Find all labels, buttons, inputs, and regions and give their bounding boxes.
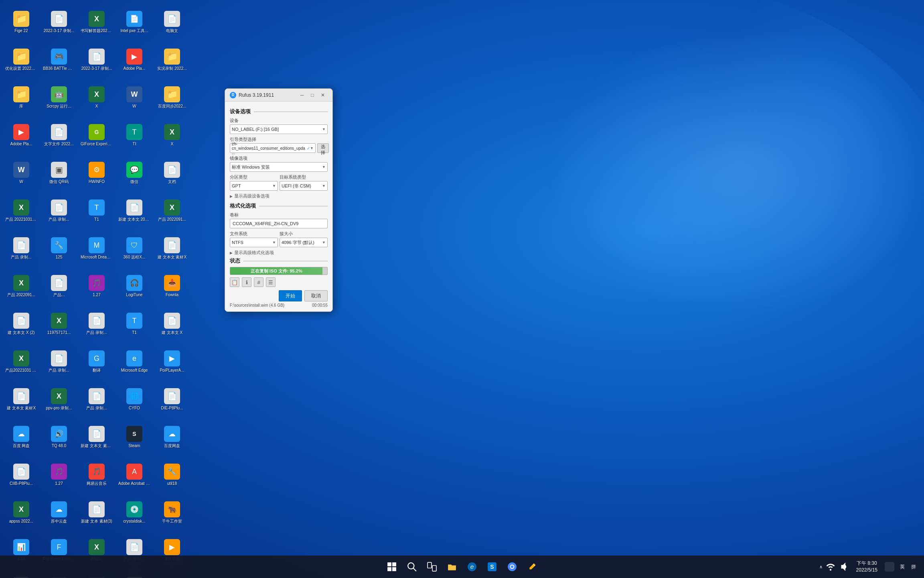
desktop-icon-t1a[interactable]: T T1 <box>79 193 115 229</box>
explorer-button[interactable] <box>443 558 461 576</box>
desktop-icon-rec2[interactable]: 📄 2022-3-17 录制... <box>79 42 115 78</box>
notification-button[interactable] <box>884 558 895 576</box>
desktop-icon-folder1[interactable]: 📁 优化设置 20220736... <box>3 42 39 78</box>
desktop-icon-file6[interactable]: 📄 产品 录制... <box>79 306 115 342</box>
desktop-icon-tq48[interactable]: 🔊 TQ 48.0 <box>41 419 77 455</box>
desktop-icon-doc1[interactable]: 📄 文档 <box>154 155 190 191</box>
desktop-icon-excel3[interactable]: X X <box>154 117 190 153</box>
desktop-icon-excel5[interactable]: X 产品 2022091... <box>154 193 190 229</box>
desktop-icon-newfile5[interactable]: 📄 建 文本文 素材X <box>3 381 39 417</box>
minimize-button[interactable]: ─ <box>297 90 307 100</box>
desktop-icon-acrobat[interactable]: A Adobe Acrobat DC <box>116 457 152 493</box>
fs-select[interactable]: NTFS ▼ <box>230 238 278 247</box>
advanced-device-expand[interactable]: ▶ 显示高级设备选项 <box>230 193 328 199</box>
select-button[interactable]: 选择 <box>317 143 329 153</box>
desktop-icon-diep8plu[interactable]: 📄 DIE-P8Plu... <box>154 381 190 417</box>
desktop-icon-nvidia[interactable]: G GlForce Experience <box>79 117 115 153</box>
desktop-icon-lib[interactable]: 📁 库 <box>3 79 39 116</box>
close-button[interactable]: ✕ <box>318 90 328 100</box>
desktop-icon-ciib[interactable]: 📄 CIIB-P8Plu... <box>3 457 39 493</box>
desktop-icon-game[interactable]: 🎮 BB36 BATTle 录制... <box>41 42 77 78</box>
desktop-icon-logitune[interactable]: 🎧 LogiTune <box>116 268 152 304</box>
desktop-icon-excel2[interactable]: X X <box>79 79 115 116</box>
desktop-icon-rec1[interactable]: 📄 2022-3-17 录制... <box>41 4 77 40</box>
input-method-indicator[interactable]: 拼 <box>910 564 918 570</box>
desktop-icon-hwinfo[interactable]: ⚙ HWiNFO <box>79 155 115 191</box>
desktop-icon-125[interactable]: 🔧 125 <box>41 230 77 267</box>
edge-taskbar-button[interactable]: e <box>463 558 481 576</box>
desktop-icon-127b[interactable]: 🎵 1.27 <box>41 457 77 493</box>
desktop-icon-newfile6[interactable]: 📄 新建 文本文 素材(3) <box>79 419 115 455</box>
desktop-icon-adobe2[interactable]: ▶ Adobe Pla... <box>3 117 39 153</box>
toolbar-log-button[interactable]: 📋 <box>230 277 239 287</box>
language-indicator[interactable]: 英 <box>898 564 906 570</box>
desktop-icon-excel6[interactable]: X 产品 2022091... <box>3 268 39 304</box>
desktop-icon-suzhong[interactable]: ☁ 苏中云盘 <box>41 495 77 531</box>
desktop-icon-excel1[interactable]: X 书写解答题2022... <box>79 4 115 40</box>
desktop-icon-netease[interactable]: 🎵 网易云音乐 <box>79 457 115 493</box>
start-button-taskbar[interactable] <box>383 558 401 576</box>
desktop-icon-baidupan1[interactable]: ☁ 百度 网盘 <box>3 419 39 455</box>
network-tray-icon[interactable] <box>825 558 836 576</box>
desktop-icon-excel7[interactable]: X 产品20221031 期... <box>3 344 39 380</box>
desktop-icon-fownla[interactable]: 📥 Fownla <box>154 268 190 304</box>
store-button[interactable]: S <box>483 558 501 576</box>
desktop-icon-360[interactable]: 🛡 360 远程X... <box>116 230 152 267</box>
desktop-icon-steam[interactable]: S Steam <box>116 419 152 455</box>
toolbar-hash-button[interactable]: # <box>254 277 263 287</box>
taskview-button[interactable] <box>423 558 441 576</box>
tray-arrow[interactable]: ∧ <box>819 564 823 570</box>
device-select[interactable]: NO_LABEL (F:) [16 GB] ▼ <box>230 124 328 134</box>
desktop-icon-newfile2[interactable]: 📄 建 文本文 素材X <box>154 230 190 267</box>
dialog-titlebar[interactable]: R Rufus 3.19.1911 ─ □ ✕ <box>225 89 332 102</box>
desktop-icon-poiplayer[interactable]: ▶ PoiPLayerA... <box>154 344 190 380</box>
volume-tray-icon[interactable] <box>839 558 850 576</box>
image-options-select[interactable]: 标准 Windows 安装 ▼ <box>230 162 328 172</box>
toolbar-usb-button[interactable]: ☰ <box>266 277 276 287</box>
desktop-icon-ppvpro[interactable]: X ppv-pro 录制... <box>41 381 77 417</box>
desktop-icon-ppv[interactable]: X 119757171... <box>41 306 77 342</box>
maximize-button[interactable]: □ <box>308 90 317 100</box>
desktop-icon-word1[interactable]: W W <box>116 79 152 116</box>
pen-taskbar-button[interactable] <box>523 558 541 576</box>
desktop-icon-newfile7[interactable]: 📄 新建 文本 素材(3) <box>79 495 115 531</box>
desktop-icon-file5[interactable]: 📄 产品... <box>41 268 77 304</box>
desktop-icon-qianniu[interactable]: 🐂 千牛工作室 <box>154 495 190 531</box>
desktop-icon-figma[interactable]: 📁 Fige 22 <box>3 4 39 40</box>
desktop-icon-adobe[interactable]: ▶ Adobe Pla... <box>116 42 152 78</box>
desktop-icon-file4[interactable]: 📄 产品 录制... <box>3 230 39 267</box>
desktop-icon-newfile3[interactable]: 📄 建 文本文 X (2) <box>3 306 39 342</box>
advanced-format-expand[interactable]: ▶ 显示高级格式化选项 <box>230 250 328 256</box>
start-button[interactable]: 开始 <box>279 290 302 301</box>
desktop-icon-file8[interactable]: 📄 产品 录制... <box>79 381 115 417</box>
desktop-icon-edge[interactable]: e Microsoft Edge <box>116 344 152 380</box>
desktop-icon-file2[interactable]: 📄 文字文件 2022... <box>41 117 77 153</box>
desktop-icon-cyfo[interactable]: 🌐 CYFO <box>116 381 152 417</box>
desktop-icon-excel8[interactable]: X appss 2022... <box>3 495 39 531</box>
desktop-icon-newfile1[interactable]: 📄 新建 文本文 2022... <box>116 193 152 229</box>
desktop-icon-t1b[interactable]: T T1 <box>116 306 152 342</box>
desktop-icon-util18[interactable]: 🔧 util18 <box>154 457 190 493</box>
cancel-button[interactable]: 取消 <box>304 290 328 301</box>
toolbar-info-button[interactable]: ℹ <box>242 277 251 287</box>
chrome-taskbar-button[interactable] <box>503 558 521 576</box>
desktop-icon-wechat[interactable]: 💬 微信 <box>116 155 152 191</box>
partition-select[interactable]: GPT ▼ <box>230 181 278 191</box>
system-clock[interactable]: 下午 8:30 2022/5/15 <box>853 559 881 574</box>
desktop-icon-word2[interactable]: W W <box>3 155 39 191</box>
desktop-icon-scrcpy[interactable]: 🤖 Scrcpy 运行... <box>41 79 77 116</box>
desktop-icon-ti[interactable]: T TI <box>116 117 152 153</box>
desktop-icon-crystal[interactable]: 💿 crystaldisk... <box>116 495 152 531</box>
desktop-icon-newfile4[interactable]: 📄 建 文本文 X <box>154 306 190 342</box>
desktop-icon-qr[interactable]: ▣ 微信 QR码 <box>41 155 77 191</box>
desktop-icon-127a[interactable]: 🎵 1.27 <box>79 268 115 304</box>
desktop-icon-excel4[interactable]: X 产品 20221031 期... <box>3 193 39 229</box>
volume-label-input[interactable]: CCCOMA_X64FRE_ZH-CN_DV9 <box>230 219 328 228</box>
cluster-select[interactable]: 4096 字节 (默认) ▼ <box>280 238 328 247</box>
desktop-icon-file7[interactable]: 📄 产品 录制... <box>41 344 77 380</box>
desktop-icon-folder2[interactable]: 📁 实况录制 2022... <box>154 42 190 78</box>
desktop-icon-file3[interactable]: 📄 产品 录制... <box>41 193 77 229</box>
desktop-icon-baidupan2[interactable]: ☁ 百度网盘 <box>154 419 190 455</box>
search-button-taskbar[interactable] <box>403 558 421 576</box>
desktop-icon-file1[interactable]: 📄 电脑文 <box>154 4 190 40</box>
